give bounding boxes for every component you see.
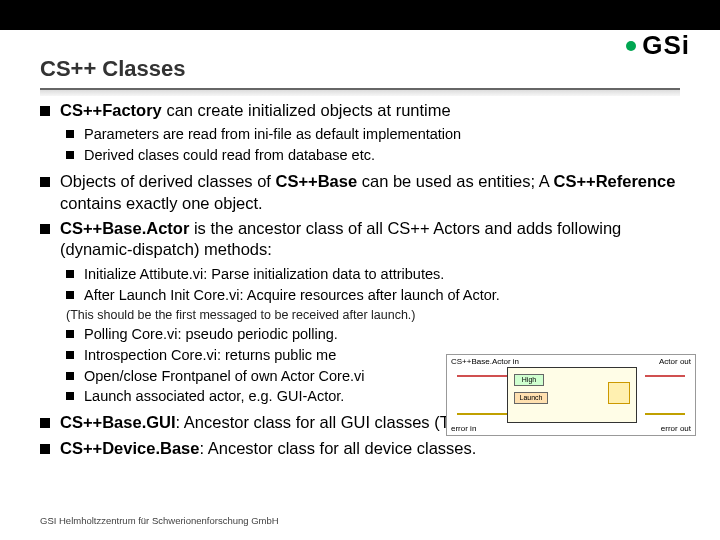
bullet-factory: CS++Factory can create initialized objec…	[40, 100, 690, 121]
bullet-devicebase: CS++Device.Base: Ancestor class for all …	[40, 438, 690, 459]
bold-devicebase: CS++Device.Base	[60, 439, 199, 457]
sub-baseactor-a: Initialize Attibute.vi: Parse initializa…	[66, 265, 690, 305]
sub-bullet: After Launch Init Core.vi: Acquire resou…	[66, 286, 690, 305]
title-wrap: CS++ Classes	[40, 56, 680, 96]
slide-title: CS++ Classes	[40, 56, 680, 86]
bold-csfactory: CS++Factory	[60, 101, 162, 119]
diagram-block: High Launch	[507, 367, 637, 423]
bullet-baseactor: CS++Base.Actor is the ancestor class of …	[40, 218, 690, 261]
bullet-icon	[40, 106, 50, 116]
priority-node: High	[514, 374, 544, 386]
launch-node: Launch	[514, 392, 548, 404]
bullet-icon	[40, 177, 50, 187]
diagram-label-actor-in: CS++Base.Actor in	[451, 357, 519, 366]
bullet-icon	[40, 444, 50, 454]
top-bar	[0, 0, 720, 30]
bullet-icon	[66, 330, 74, 338]
bullet-icon	[66, 372, 74, 380]
sub-bullet: Polling Core.vi: pseudo periodic polling…	[66, 325, 690, 344]
sub-factory: Parameters are read from ini-file as def…	[66, 125, 690, 165]
logo-dot-icon	[626, 41, 636, 51]
sub-bullet: Parameters are read from ini-file as def…	[66, 125, 690, 144]
bold-basegui: CS++Base.GUI	[60, 413, 176, 431]
vi-icon	[608, 382, 630, 404]
diagram-label-error-in: error in	[451, 424, 476, 433]
wire-icon	[645, 413, 685, 415]
diagram-label-error-out: error out	[661, 424, 691, 433]
wire-icon	[457, 375, 507, 377]
bullet-icon	[66, 351, 74, 359]
slide: GSi CS++ Classes CS++Factory can create …	[0, 0, 720, 540]
title-shade	[40, 90, 680, 96]
bold-csreference: CS++Reference	[553, 172, 675, 190]
sub-bullet: Initialize Attibute.vi: Parse initializa…	[66, 265, 690, 284]
wire-icon	[645, 375, 685, 377]
labview-diagram: CS++Base.Actor in Actor out error in err…	[446, 354, 696, 436]
bullet-icon	[66, 130, 74, 138]
wire-icon	[457, 413, 507, 415]
bullet-icon	[66, 392, 74, 400]
bullet-icon	[66, 270, 74, 278]
bullet-icon	[66, 151, 74, 159]
bullet-base: Objects of derived classes of CS++Base c…	[40, 171, 690, 214]
sub-bullet: Derived clases could read from database …	[66, 146, 690, 165]
bullet-icon	[40, 224, 50, 234]
bullet-icon	[66, 291, 74, 299]
bullet-text: CS++Factory can create initialized objec…	[60, 100, 451, 121]
bullet-text: CS++Device.Base: Ancestor class for all …	[60, 438, 476, 459]
note-first-message: (This should be the first messaged to be…	[66, 307, 690, 323]
footer-text: GSI Helmholtzzentrum für Schwerionenfors…	[40, 515, 279, 526]
bold-csbase: CS++Base	[276, 172, 358, 190]
diagram-label-actor-out: Actor out	[659, 357, 691, 366]
bold-baseactor: CS++Base.Actor	[60, 219, 189, 237]
bullet-icon	[40, 418, 50, 428]
bullet-text: CS++Base.Actor is the ancestor class of …	[60, 218, 690, 261]
bullet-text: Objects of derived classes of CS++Base c…	[60, 171, 690, 214]
